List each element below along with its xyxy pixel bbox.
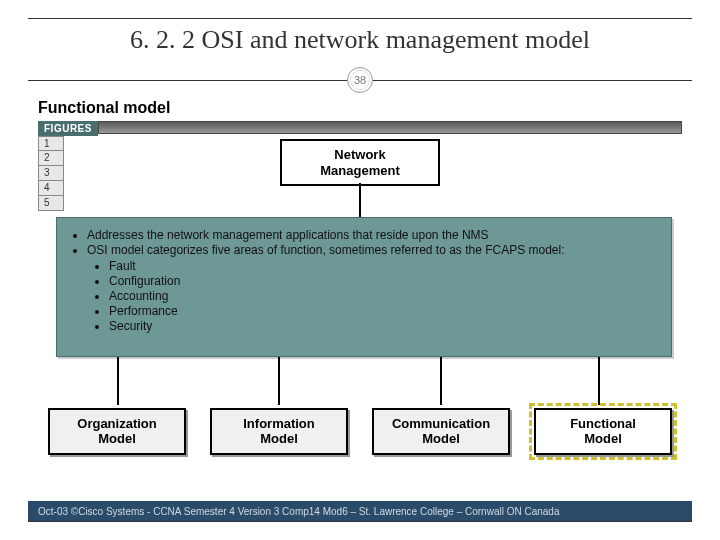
figures-bar — [98, 121, 682, 134]
model-boxes-row: OrganizationModel InformationModel Commu… — [48, 408, 672, 455]
model-box-functional-highlighted: FunctionalModel — [534, 408, 672, 455]
footer-text: Oct-03 ©Cisco Systems - CCNA Semester 4 … — [38, 506, 559, 517]
footer-bar: Oct-03 ©Cisco Systems - CCNA Semester 4 … — [28, 501, 692, 521]
section-label: Functional model — [38, 99, 170, 117]
bullet-sub-item: Accounting — [109, 289, 657, 303]
connector-line — [598, 357, 600, 405]
bullet-item: Addresses the network management applica… — [87, 228, 657, 242]
connector-line — [359, 183, 361, 217]
figure-row[interactable]: 1 — [38, 136, 64, 151]
bullet-sub-item: Fault — [109, 259, 657, 273]
figure-number-list: 1 2 3 4 5 — [38, 136, 64, 211]
connector-line — [440, 357, 442, 405]
connector-line — [117, 357, 119, 405]
figure-row[interactable]: 4 — [38, 181, 64, 196]
model-box-information: InformationModel — [210, 408, 348, 455]
diagram-area: Functional model FIGURES 1 2 3 4 5 Netwo… — [38, 99, 682, 469]
figures-tab[interactable]: FIGURES — [38, 121, 98, 136]
slide-number-badge: 38 — [347, 67, 373, 93]
model-box-communication: CommunicationModel — [372, 408, 510, 455]
root-node-network-management: NetworkManagement — [280, 139, 440, 186]
connector-line — [278, 357, 280, 405]
figure-row[interactable]: 5 — [38, 196, 64, 211]
slide-title: 6. 2. 2 OSI and network management model — [28, 25, 692, 55]
description-panel: Addresses the network management applica… — [56, 217, 672, 357]
bullet-sub-item: Security — [109, 319, 657, 333]
figure-row[interactable]: 2 — [38, 151, 64, 166]
bullet-sub-item: Performance — [109, 304, 657, 318]
figure-row[interactable]: 3 — [38, 166, 64, 181]
title-rule: 38 — [28, 67, 692, 93]
bullet-sub-item: Configuration — [109, 274, 657, 288]
bullet-item: OSI model categorizes five areas of func… — [87, 243, 657, 257]
model-box-organization: OrganizationModel — [48, 408, 186, 455]
